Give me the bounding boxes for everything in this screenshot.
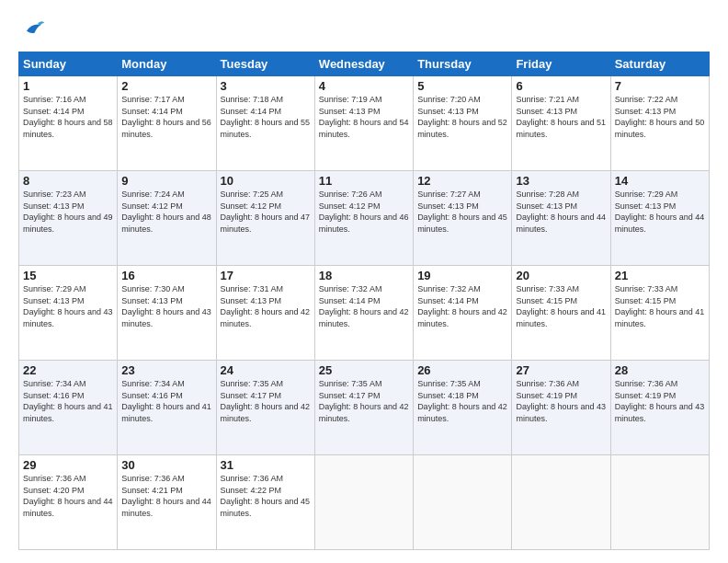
day-number: 2 [121,79,211,93]
day-info: Sunrise: 7:30 AMSunset: 4:13 PMDaylight:… [121,284,211,328]
day-number: 30 [121,458,211,472]
day-number: 28 [615,363,705,377]
day-cell: 24 Sunrise: 7:35 AMSunset: 4:17 PMDaylig… [216,361,314,455]
day-info: Sunrise: 7:28 AMSunset: 4:13 PMDaylight:… [516,190,606,234]
day-cell: 7 Sunrise: 7:22 AMSunset: 4:13 PMDayligh… [610,76,709,171]
day-info: Sunrise: 7:32 AMSunset: 4:14 PMDaylight:… [319,284,409,328]
day-number: 27 [516,363,606,377]
day-info: Sunrise: 7:36 AMSunset: 4:20 PMDaylight:… [23,474,113,518]
day-cell: 28 Sunrise: 7:36 AMSunset: 4:19 PMDaylig… [610,361,709,455]
logo [18,17,46,42]
day-number: 6 [516,79,606,93]
day-cell: 26 Sunrise: 7:35 AMSunset: 4:18 PMDaylig… [414,361,512,455]
week-row-1: 1 Sunrise: 7:16 AMSunset: 4:14 PMDayligh… [19,76,710,171]
day-number: 8 [23,174,113,188]
day-cell: 23 Sunrise: 7:34 AMSunset: 4:16 PMDaylig… [118,361,216,455]
day-cell: 25 Sunrise: 7:35 AMSunset: 4:17 PMDaylig… [314,361,413,455]
day-number: 31 [221,458,311,472]
day-cell: 19 Sunrise: 7:32 AMSunset: 4:14 PMDaylig… [414,266,512,361]
day-number: 1 [23,79,113,93]
day-number: 10 [221,174,311,188]
day-number: 3 [221,79,311,93]
week-row-4: 22 Sunrise: 7:34 AMSunset: 4:16 PMDaylig… [19,361,710,455]
day-number: 29 [23,458,113,472]
day-number: 21 [615,269,705,282]
day-cell: 22 Sunrise: 7:34 AMSunset: 4:16 PMDaylig… [19,361,118,455]
day-cell: 14 Sunrise: 7:29 AMSunset: 4:13 PMDaylig… [610,171,709,266]
day-info: Sunrise: 7:20 AMSunset: 4:13 PMDaylight:… [417,95,507,139]
day-number: 25 [319,363,409,377]
day-cell: 6 Sunrise: 7:21 AMSunset: 4:13 PMDayligh… [512,76,610,171]
day-cell: 10 Sunrise: 7:25 AMSunset: 4:12 PMDaylig… [216,171,314,266]
day-info: Sunrise: 7:25 AMSunset: 4:12 PMDaylight:… [221,190,311,234]
day-number: 24 [221,363,311,377]
day-cell: 31 Sunrise: 7:36 AMSunset: 4:22 PMDaylig… [216,455,314,550]
header-day-monday: Monday [118,52,216,76]
day-number: 20 [516,269,606,282]
day-number: 13 [516,174,606,188]
day-number: 7 [615,79,705,93]
day-info: Sunrise: 7:32 AMSunset: 4:14 PMDaylight:… [417,284,507,328]
day-number: 19 [417,269,507,282]
day-cell: 12 Sunrise: 7:27 AMSunset: 4:13 PMDaylig… [414,171,512,266]
header [18,17,710,42]
day-info: Sunrise: 7:36 AMSunset: 4:19 PMDaylight:… [615,379,705,423]
day-cell: 5 Sunrise: 7:20 AMSunset: 4:13 PMDayligh… [414,76,512,171]
day-number: 9 [121,174,211,188]
day-number: 17 [221,269,311,282]
day-number: 26 [417,363,507,377]
day-info: Sunrise: 7:21 AMSunset: 4:13 PMDaylight:… [516,95,606,139]
day-info: Sunrise: 7:35 AMSunset: 4:17 PMDaylight:… [319,379,409,423]
day-info: Sunrise: 7:18 AMSunset: 4:14 PMDaylight:… [221,95,311,139]
day-info: Sunrise: 7:35 AMSunset: 4:17 PMDaylight:… [221,379,311,423]
day-cell: 21 Sunrise: 7:33 AMSunset: 4:15 PMDaylig… [610,266,709,361]
day-cell: 20 Sunrise: 7:33 AMSunset: 4:15 PMDaylig… [512,266,610,361]
header-day-thursday: Thursday [414,52,512,76]
week-row-5: 29 Sunrise: 7:36 AMSunset: 4:20 PMDaylig… [19,455,710,550]
header-row: SundayMondayTuesdayWednesdayThursdayFrid… [19,52,710,76]
day-info: Sunrise: 7:16 AMSunset: 4:14 PMDaylight:… [23,95,113,139]
day-info: Sunrise: 7:35 AMSunset: 4:18 PMDaylight:… [417,379,507,423]
day-info: Sunrise: 7:29 AMSunset: 4:13 PMDaylight:… [23,284,113,328]
day-cell: 29 Sunrise: 7:36 AMSunset: 4:20 PMDaylig… [19,455,118,550]
day-info: Sunrise: 7:34 AMSunset: 4:16 PMDaylight:… [121,379,211,423]
header-day-sunday: Sunday [19,52,118,76]
day-info: Sunrise: 7:27 AMSunset: 4:13 PMDaylight:… [417,190,507,234]
day-info: Sunrise: 7:24 AMSunset: 4:12 PMDaylight:… [121,190,211,234]
day-info: Sunrise: 7:33 AMSunset: 4:15 PMDaylight:… [615,284,705,328]
day-cell: 2 Sunrise: 7:17 AMSunset: 4:14 PMDayligh… [118,76,216,171]
day-cell: 11 Sunrise: 7:26 AMSunset: 4:12 PMDaylig… [314,171,413,266]
week-row-2: 8 Sunrise: 7:23 AMSunset: 4:13 PMDayligh… [19,171,710,266]
day-info: Sunrise: 7:36 AMSunset: 4:21 PMDaylight:… [121,474,211,518]
header-day-wednesday: Wednesday [314,52,413,76]
day-info: Sunrise: 7:19 AMSunset: 4:13 PMDaylight:… [319,95,409,139]
day-cell: 27 Sunrise: 7:36 AMSunset: 4:19 PMDaylig… [512,361,610,455]
day-info: Sunrise: 7:33 AMSunset: 4:15 PMDaylight:… [516,284,606,328]
page: SundayMondayTuesdayWednesdayThursdayFrid… [0,0,728,563]
day-info: Sunrise: 7:26 AMSunset: 4:12 PMDaylight:… [319,190,409,234]
day-cell [414,455,512,550]
day-cell: 4 Sunrise: 7:19 AMSunset: 4:13 PMDayligh… [314,76,413,171]
day-cell: 30 Sunrise: 7:36 AMSunset: 4:21 PMDaylig… [118,455,216,550]
day-number: 15 [23,269,113,282]
day-number: 16 [121,269,211,282]
day-number: 5 [417,79,507,93]
day-number: 11 [319,174,409,188]
day-cell [512,455,610,550]
day-number: 14 [615,174,705,188]
day-info: Sunrise: 7:29 AMSunset: 4:13 PMDaylight:… [615,190,705,234]
calendar-table: SundayMondayTuesdayWednesdayThursdayFrid… [18,52,710,550]
header-day-friday: Friday [512,52,610,76]
day-cell: 17 Sunrise: 7:31 AMSunset: 4:13 PMDaylig… [216,266,314,361]
day-cell: 15 Sunrise: 7:29 AMSunset: 4:13 PMDaylig… [19,266,118,361]
day-cell: 3 Sunrise: 7:18 AMSunset: 4:14 PMDayligh… [216,76,314,171]
day-cell [314,455,413,550]
header-day-tuesday: Tuesday [216,52,314,76]
day-number: 12 [417,174,507,188]
day-cell: 18 Sunrise: 7:32 AMSunset: 4:14 PMDaylig… [314,266,413,361]
day-info: Sunrise: 7:31 AMSunset: 4:13 PMDaylight:… [221,284,311,328]
day-cell: 8 Sunrise: 7:23 AMSunset: 4:13 PMDayligh… [19,171,118,266]
day-cell: 16 Sunrise: 7:30 AMSunset: 4:13 PMDaylig… [118,266,216,361]
day-number: 23 [121,363,211,377]
day-info: Sunrise: 7:36 AMSunset: 4:22 PMDaylight:… [221,474,311,518]
